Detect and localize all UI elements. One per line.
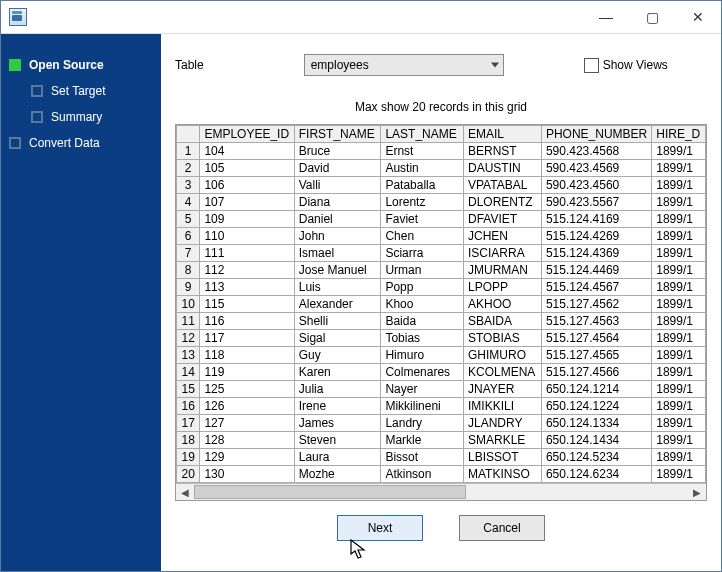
cell[interactable]: Luis [294, 279, 381, 296]
cell[interactable]: 113 [200, 279, 294, 296]
cell[interactable]: 118 [200, 347, 294, 364]
cell[interactable]: 515.127.4566 [541, 364, 651, 381]
cell[interactable]: VPATABAL [464, 177, 542, 194]
cell[interactable]: Urman [381, 262, 464, 279]
cell[interactable]: Austin [381, 160, 464, 177]
cell[interactable]: 515.124.4369 [541, 245, 651, 262]
step-set-target[interactable]: Set Target [23, 78, 161, 104]
cell[interactable]: LPOPP [464, 279, 542, 296]
cell[interactable]: Mikkilineni [381, 398, 464, 415]
cell[interactable]: GHIMURO [464, 347, 542, 364]
cell[interactable]: 515.124.4169 [541, 211, 651, 228]
cell[interactable]: Sigal [294, 330, 381, 347]
cell[interactable]: 112 [200, 262, 294, 279]
cell[interactable]: 1899/1 [652, 415, 706, 432]
cell[interactable]: Lorentz [381, 194, 464, 211]
row-number[interactable]: 20 [177, 466, 200, 483]
row-number[interactable]: 19 [177, 449, 200, 466]
next-button[interactable]: Next [337, 515, 423, 541]
cell[interactable]: 117 [200, 330, 294, 347]
table-row[interactable]: 9113LuisPoppLPOPP515.124.45671899/1 [177, 279, 706, 296]
cell[interactable]: 650.124.1434 [541, 432, 651, 449]
table-row[interactable]: 11116ShelliBaidaSBAIDA515.127.45631899/1 [177, 313, 706, 330]
cell[interactable]: Laura [294, 449, 381, 466]
step-convert-data[interactable]: Convert Data [1, 130, 161, 156]
cell[interactable]: Daniel [294, 211, 381, 228]
table-row[interactable]: 20130MozheAtkinsonMATKINSO650.124.623418… [177, 466, 706, 483]
cell[interactable]: Colmenares [381, 364, 464, 381]
cell[interactable]: Steven [294, 432, 381, 449]
cell[interactable]: Alexander [294, 296, 381, 313]
table-row[interactable]: 10115AlexanderKhooAKHOO515.127.45621899/… [177, 296, 706, 313]
cell[interactable]: Karen [294, 364, 381, 381]
cell[interactable]: Ernst [381, 143, 464, 160]
cell[interactable]: STOBIAS [464, 330, 542, 347]
row-number[interactable]: 17 [177, 415, 200, 432]
cell[interactable]: Ismael [294, 245, 381, 262]
cell[interactable]: 590.423.5567 [541, 194, 651, 211]
cell[interactable]: 1899/1 [652, 143, 706, 160]
row-number[interactable]: 3 [177, 177, 200, 194]
table-combobox[interactable]: employees [304, 54, 504, 76]
cell[interactable]: 130 [200, 466, 294, 483]
column-header[interactable]: EMAIL [464, 126, 542, 143]
row-number[interactable]: 8 [177, 262, 200, 279]
cell[interactable]: Bruce [294, 143, 381, 160]
cell[interactable]: Diana [294, 194, 381, 211]
cell[interactable]: 125 [200, 381, 294, 398]
cell[interactable]: Nayer [381, 381, 464, 398]
cell[interactable]: Popp [381, 279, 464, 296]
cell[interactable]: DFAVIET [464, 211, 542, 228]
cell[interactable]: SMARKLE [464, 432, 542, 449]
table-row[interactable]: 16126IreneMikkilineniIMIKKILI650.124.122… [177, 398, 706, 415]
cell[interactable]: Tobias [381, 330, 464, 347]
cell[interactable]: IMIKKILI [464, 398, 542, 415]
row-number[interactable]: 18 [177, 432, 200, 449]
cell[interactable]: Julia [294, 381, 381, 398]
table-row[interactable]: 18128StevenMarkleSMARKLE650.124.14341899… [177, 432, 706, 449]
row-number[interactable]: 13 [177, 347, 200, 364]
scroll-right-icon[interactable]: ▶ [690, 485, 704, 499]
cell[interactable]: JLANDRY [464, 415, 542, 432]
cell[interactable]: 128 [200, 432, 294, 449]
cell[interactable]: 650.124.1214 [541, 381, 651, 398]
cell[interactable]: 104 [200, 143, 294, 160]
table-row[interactable]: 6110JohnChenJCHEN515.124.42691899/1 [177, 228, 706, 245]
row-number[interactable]: 16 [177, 398, 200, 415]
cell[interactable]: 650.124.5234 [541, 449, 651, 466]
cell[interactable]: 515.124.4567 [541, 279, 651, 296]
cell[interactable]: 1899/1 [652, 211, 706, 228]
cell[interactable]: Guy [294, 347, 381, 364]
cell[interactable]: 116 [200, 313, 294, 330]
cell[interactable]: LBISSOT [464, 449, 542, 466]
cell[interactable]: Landry [381, 415, 464, 432]
table-row[interactable]: 17127JamesLandryJLANDRY650.124.13341899/… [177, 415, 706, 432]
cell[interactable]: 1899/1 [652, 330, 706, 347]
cell[interactable]: 109 [200, 211, 294, 228]
cell[interactable]: MATKINSO [464, 466, 542, 483]
cell[interactable]: 105 [200, 160, 294, 177]
cell[interactable]: 515.127.4563 [541, 313, 651, 330]
cell[interactable]: 107 [200, 194, 294, 211]
cell[interactable]: 1899/1 [652, 160, 706, 177]
cell[interactable]: Atkinson [381, 466, 464, 483]
cell[interactable]: Bissot [381, 449, 464, 466]
cell[interactable]: JCHEN [464, 228, 542, 245]
row-number[interactable]: 5 [177, 211, 200, 228]
show-views-checkbox[interactable]: Show Views [584, 58, 668, 73]
column-header[interactable]: EMPLOYEE_ID [200, 126, 294, 143]
table-row[interactable]: 5109DanielFavietDFAVIET515.124.41691899/… [177, 211, 706, 228]
cell[interactable]: Himuro [381, 347, 464, 364]
column-header[interactable]: FIRST_NAME [294, 126, 381, 143]
cell[interactable]: 590.423.4560 [541, 177, 651, 194]
cell[interactable]: ISCIARRA [464, 245, 542, 262]
maximize-button[interactable]: ▢ [629, 1, 675, 33]
cell[interactable]: 127 [200, 415, 294, 432]
table-row[interactable]: 13118GuyHimuroGHIMURO515.127.45651899/1 [177, 347, 706, 364]
cell[interactable]: 111 [200, 245, 294, 262]
cell[interactable]: 129 [200, 449, 294, 466]
cell[interactable]: 515.124.4469 [541, 262, 651, 279]
table-row[interactable]: 12117SigalTobiasSTOBIAS515.127.45641899/… [177, 330, 706, 347]
row-number[interactable]: 12 [177, 330, 200, 347]
cell[interactable]: 515.124.4269 [541, 228, 651, 245]
